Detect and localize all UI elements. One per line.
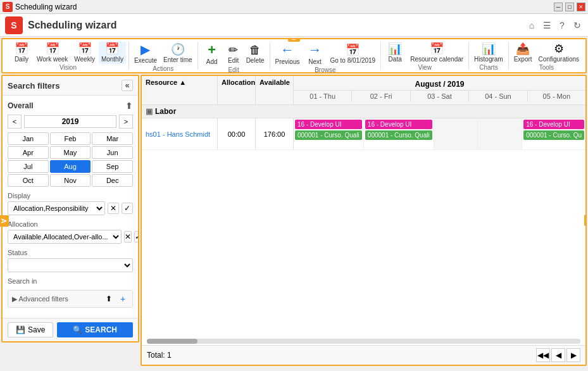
resource-schedule-grid: 16 - Develop UI 000001 - Curso. Quali 16… xyxy=(294,118,585,149)
page-prev-button[interactable]: ◀ xyxy=(551,348,565,362)
resource-allocation: 00:00 xyxy=(218,118,256,149)
execute-button[interactable]: ▶ Execute xyxy=(132,42,160,65)
advanced-filters-add-button[interactable]: + xyxy=(117,293,128,305)
group-expand-icon[interactable]: ▣ xyxy=(146,107,153,116)
month-may[interactable]: May xyxy=(50,146,91,159)
delete-button[interactable]: 🗑 Delete xyxy=(244,43,267,65)
tools-group-label: Tools xyxy=(539,64,554,71)
event-curso-2[interactable]: 000001 - Curso. Quali xyxy=(365,130,432,140)
data-label: Data xyxy=(389,56,402,63)
app-title: Scheduling wizard xyxy=(28,20,526,31)
upload-icon[interactable]: ⬆ xyxy=(125,101,133,111)
month-mar[interactable]: Mar xyxy=(92,132,133,145)
day-cell-2: 16 - Develop UI 000001 - Curso. Quali xyxy=(364,118,434,149)
histogram-label: Histogram xyxy=(474,56,503,63)
maximize-button[interactable]: □ xyxy=(565,3,574,11)
configurations-button[interactable]: ⚙ Configurations xyxy=(536,42,582,64)
next-year-button[interactable]: > xyxy=(119,115,133,129)
display-clear-button[interactable]: ✕ xyxy=(108,203,119,214)
histogram-button[interactable]: 📊 Histogram xyxy=(472,42,506,64)
weekly-label: Weekly xyxy=(74,56,95,63)
search-icon: 🔍 xyxy=(73,325,82,334)
goto-button[interactable]: 📅 Go to 8/01/2019 xyxy=(327,43,378,65)
header-icons: ⌂ ☰ ? ↻ xyxy=(526,20,583,31)
month-oct[interactable]: Oct xyxy=(8,174,49,187)
refresh-icon[interactable]: ↻ xyxy=(572,20,583,31)
minimize-button[interactable]: ─ xyxy=(554,3,563,11)
data-button[interactable]: 📊 Data xyxy=(384,42,406,64)
export-button[interactable]: 📤 Export xyxy=(511,42,535,64)
title-bar-left: S Scheduling wizard xyxy=(3,2,77,12)
event-curso-1[interactable]: 000001 - Curso. Quali xyxy=(295,130,362,140)
period-header: August / 2019 xyxy=(294,79,585,91)
page-next-button[interactable]: ▶ xyxy=(566,348,580,362)
page-first-button[interactable]: ◀◀ xyxy=(536,348,550,362)
charts-group-label: Charts xyxy=(479,64,497,71)
collapse-sidebar-button[interactable]: « xyxy=(122,80,133,91)
month-jan[interactable]: Jan xyxy=(8,132,49,145)
toolbar-group-actions: ▶ Execute 🕐 Enter time Actions xyxy=(129,42,198,70)
horizontal-scrollbar[interactable] xyxy=(142,337,585,345)
month-dec[interactable]: Dec xyxy=(92,174,133,187)
year-nav: < 2019 > xyxy=(8,115,133,129)
allocation-column-header: Allocation xyxy=(218,76,256,104)
home-icon[interactable]: ⌂ xyxy=(526,20,537,31)
daily-button[interactable]: 📅 Daily xyxy=(10,42,33,64)
event-develop-ui-5[interactable]: 16 - Develop UI xyxy=(523,120,584,129)
allocation-check-button[interactable]: ✓ xyxy=(134,231,138,242)
scrollbar-track xyxy=(147,339,580,344)
allocation-select[interactable]: Available,Allocated,Over-allo... xyxy=(8,230,122,244)
overall-label: Overall xyxy=(8,101,34,110)
month-aug[interactable]: Aug xyxy=(50,160,91,173)
add-button[interactable]: + Add xyxy=(201,42,223,66)
weekly-button[interactable]: 📅 Weekly xyxy=(72,42,97,64)
pagination: ◀◀ ◀ ▶ xyxy=(536,348,580,362)
display-select[interactable]: Allocation,Responsibility xyxy=(8,201,105,215)
event-develop-ui-2[interactable]: 16 - Develop UI xyxy=(365,120,432,129)
save-button[interactable]: 💾 Save xyxy=(8,322,53,337)
event-develop-ui-1[interactable]: 16 - Develop UI xyxy=(295,120,362,129)
month-jun[interactable]: Jun xyxy=(92,146,133,159)
next-button[interactable]: → Next xyxy=(303,42,326,66)
month-jul[interactable]: Jul xyxy=(8,160,49,173)
sidebar-title: Search filters xyxy=(8,81,59,91)
charts-items: 📊 Histogram xyxy=(472,42,506,64)
day-cell-4 xyxy=(478,118,522,149)
month-nov[interactable]: Nov xyxy=(50,174,91,187)
edit-button[interactable]: ✏ Edit xyxy=(225,43,242,65)
resource-column-header[interactable]: Resource ▲ xyxy=(142,76,218,104)
enter-time-button[interactable]: 🕐 Enter time xyxy=(161,42,195,65)
advanced-filters-upload-button[interactable]: ⬆ xyxy=(103,293,115,305)
close-button[interactable]: ✕ xyxy=(577,3,585,11)
event-curso-5[interactable]: 000001 - Curso. Qu xyxy=(523,130,584,140)
help-icon[interactable]: ? xyxy=(556,20,568,31)
search-button[interactable]: 🔍 SEARCH xyxy=(57,322,133,337)
resource-name[interactable]: hs01 - Hans Schmidt xyxy=(142,118,218,149)
sidebar-header-actions: « xyxy=(122,80,133,91)
list-icon[interactable]: ☰ xyxy=(541,20,553,31)
monthly-button[interactable]: 📅 Monthly xyxy=(99,42,126,64)
month-feb[interactable]: Feb xyxy=(50,132,91,145)
display-check-button[interactable]: ✓ xyxy=(122,203,133,214)
scrollbar-thumb[interactable] xyxy=(147,339,197,344)
work-week-button[interactable]: 📅 Work week xyxy=(34,42,70,64)
daily-icon: 📅 xyxy=(15,43,28,54)
status-select[interactable] xyxy=(8,258,133,272)
available-column-header: Available xyxy=(256,76,294,104)
month-grid: Jan Feb Mar Apr May Jun Jul Aug Sep Oct … xyxy=(8,132,133,187)
previous-button[interactable]: ← Previous xyxy=(273,42,303,66)
status-row xyxy=(8,258,133,272)
date-columns: 01 - Thu 02 - Fri 03 - Sat 04 - Sun 05 -… xyxy=(294,91,585,102)
status-section: Status xyxy=(8,249,133,272)
month-apr[interactable]: Apr xyxy=(8,146,49,159)
title-bar: S Scheduling wizard ─ □ ✕ xyxy=(0,0,588,14)
allocation-clear-button[interactable]: ✕ xyxy=(124,231,132,242)
prev-year-button[interactable]: < xyxy=(8,115,22,129)
month-sep[interactable]: Sep xyxy=(92,160,133,173)
advanced-filters-header[interactable]: ▶ Advanced filters ⬆ + xyxy=(8,291,132,307)
labor-group-row: ▣ Labor xyxy=(142,105,585,118)
c-label: C xyxy=(584,215,587,226)
vision-items: 📅 Daily 📅 Work week 📅 Weekly 📅 Monthly xyxy=(10,42,126,64)
export-label: Export xyxy=(514,56,532,63)
resource-calendar-button[interactable]: 📅 Resource calendar xyxy=(408,42,466,64)
